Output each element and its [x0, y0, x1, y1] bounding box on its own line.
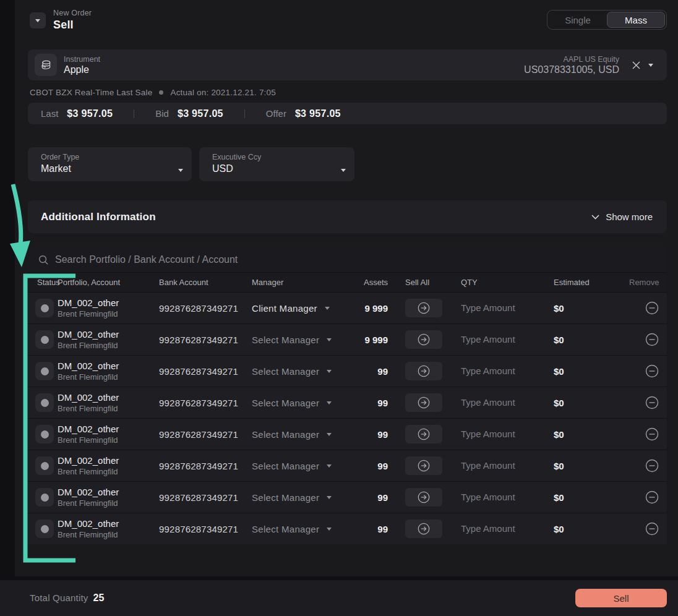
status-dot-icon [41, 304, 49, 312]
qty-input[interactable] [461, 492, 535, 502]
portfolio-name: DM_002_other [58, 424, 159, 434]
instrument-name: Apple [64, 64, 524, 75]
instrument-dropdown-button[interactable] [645, 60, 657, 71]
qty-input[interactable] [461, 366, 535, 376]
assets-value: 99 [356, 524, 388, 534]
account-owner: Brent Flemingfild [58, 372, 159, 382]
manager-select[interactable]: Select Manager [252, 429, 356, 440]
sell-all-button[interactable] [405, 393, 442, 412]
remove-button[interactable] [645, 458, 659, 473]
qty-input[interactable] [461, 460, 535, 471]
sell-all-button[interactable] [405, 520, 442, 538]
qty-input[interactable] [461, 397, 535, 408]
field-label: Order Type [41, 153, 79, 161]
price-value: $3 957.05 [295, 108, 341, 119]
arrow-right-circle-icon [417, 459, 431, 473]
manager-select[interactable]: Select Manager [252, 335, 356, 345]
estimated-value: $0 [554, 461, 629, 471]
arrow-right-circle-icon [417, 333, 431, 346]
clear-instrument-button[interactable] [628, 57, 645, 74]
mode-mass-button[interactable]: Mass [607, 12, 665, 28]
remove-button[interactable] [645, 427, 659, 442]
qty-input[interactable] [461, 334, 535, 344]
order-type-select[interactable]: Order Type Market [28, 147, 192, 181]
remove-button[interactable] [645, 332, 659, 347]
table-header: Status Portfolio, Account Bank Account M… [28, 273, 667, 292]
divider [244, 109, 245, 118]
table-row: DM_002_other Brent Flemingfild 992876287… [28, 418, 667, 450]
remove-button[interactable] [645, 490, 659, 505]
col-manager: Manager [252, 278, 356, 287]
search-input[interactable] [55, 254, 657, 265]
bank-account-number: 992876287349271 [159, 335, 252, 345]
arrow-right-circle-icon [417, 396, 431, 409]
qty-input[interactable] [461, 523, 535, 534]
manager-select[interactable]: Select Manager [252, 366, 356, 377]
manager-select[interactable]: Select Manager [252, 398, 356, 408]
remove-button[interactable] [645, 364, 659, 379]
table-row: DM_002_other Brent Flemingfild 992876287… [28, 355, 667, 387]
price-last: Last $3 957.05 [41, 108, 113, 119]
manager-value: Select Manager [252, 524, 319, 534]
search-icon [38, 254, 49, 265]
manager-select[interactable]: Select Manager [252, 492, 356, 503]
executive-ccy-select[interactable]: Exucutive Ccy USD [199, 147, 354, 181]
mode-toggle: Single Mass [547, 10, 667, 30]
caret-down-icon [327, 464, 332, 468]
status-dot-icon [41, 430, 49, 438]
status-dot-icon [159, 90, 163, 95]
account-owner: Brent Flemingfild [58, 435, 159, 445]
chevron-down-icon [591, 215, 599, 220]
price-offer: Offer $3 957.05 [266, 108, 341, 119]
sell-all-button[interactable] [405, 299, 442, 317]
manager-select[interactable]: Select Manager [252, 524, 356, 534]
price-value: $3 957.05 [67, 108, 113, 119]
assets-value: 99 [356, 461, 388, 471]
col-estimated: Estimated [554, 278, 629, 287]
assets-value: 9 999 [356, 303, 388, 314]
price-bid: Bid $3 957.05 [155, 108, 223, 119]
qty-input[interactable] [461, 429, 535, 439]
remove-button[interactable] [645, 521, 659, 536]
portfolio-name: DM_002_other [58, 487, 159, 497]
market-actual-on: Actual on: 2021.12.21. 7:05 [170, 88, 276, 97]
bank-account-number: 992876287349271 [159, 461, 252, 471]
panel-header: New Order Sell Single Mass [15, 0, 678, 32]
mode-single-button[interactable]: Single [549, 12, 607, 28]
caret-down-icon [35, 19, 40, 22]
minus-circle-icon [645, 458, 659, 473]
remove-button[interactable] [645, 301, 659, 315]
order-side-dropdown-button[interactable] [30, 12, 46, 28]
table-body: DM_002_other Brent Flemingfild 992876287… [28, 292, 667, 544]
account-owner: Brent Flemingfild [58, 530, 159, 539]
show-more-button[interactable]: Show more [591, 212, 653, 222]
estimated-value: $0 [554, 398, 629, 408]
minus-circle-icon [645, 490, 659, 505]
col-bank: Bank Account [159, 278, 252, 287]
sell-all-button[interactable] [405, 456, 442, 475]
bank-account-number: 992876287349271 [159, 429, 252, 440]
status-indicator [35, 456, 54, 475]
sell-all-button[interactable] [405, 330, 442, 349]
manager-value: Select Manager [252, 429, 319, 440]
sell-button[interactable]: Sell [575, 589, 667, 607]
divider [134, 109, 134, 118]
manager-select[interactable]: Client Manager [252, 303, 356, 314]
qty-input[interactable] [461, 302, 535, 313]
manager-select[interactable]: Select Manager [252, 461, 356, 471]
footer-bar: Total Quantity25 Sell [0, 580, 678, 616]
remove-button[interactable] [645, 395, 659, 410]
table-row: DM_002_other Brent Flemingfild 992876287… [28, 481, 667, 513]
portfolio-name: DM_002_other [58, 329, 159, 340]
bank-account-number: 992876287349271 [159, 492, 252, 503]
sell-all-button[interactable] [405, 425, 442, 443]
arrow-right-circle-icon [417, 427, 431, 441]
status-indicator [35, 520, 54, 538]
status-dot-icon [41, 462, 49, 470]
sell-all-button[interactable] [405, 362, 442, 380]
col-sell-all: Sell All [388, 278, 461, 287]
instrument-label: Instrument [64, 55, 524, 64]
additional-information-title: Additional Information [41, 211, 156, 223]
sell-all-button[interactable] [405, 488, 442, 507]
portfolio-name: DM_002_other [58, 361, 159, 371]
